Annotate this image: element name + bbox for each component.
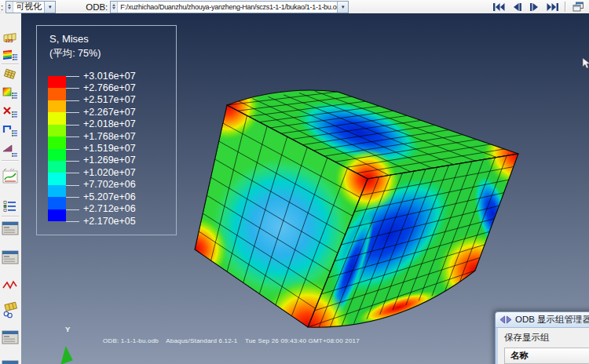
toolbox-button-3[interactable]: [2, 67, 19, 83]
numbered-grid-icon: 123: [2, 30, 18, 46]
legend-value: +5.207e+06: [83, 191, 136, 203]
legend-swatch: [48, 149, 66, 162]
spinner-icon[interactable]: [6, 2, 13, 13]
mouse-cursor-icon: [582, 58, 589, 69]
dialog-window-icon: [2, 330, 19, 344]
toolbox-button-1[interactable]: 123: [2, 29, 19, 46]
contour-options-icon: [2, 86, 18, 102]
dialog-title: ODB 显示组管理器: [515, 314, 589, 326]
dialog-window-icon: [2, 360, 19, 364]
toolbox-button-6[interactable]: [2, 123, 19, 140]
toolbox-sidebar: 123: [0, 13, 22, 364]
odb-path-value: F:/xuzhichao/Duanzhu/zhouya-yanzheng-Han…: [118, 3, 337, 11]
module-combo[interactable]: 可视化 ▼: [5, 1, 56, 13]
toolbox-separator: [2, 160, 19, 162]
previous-frame-icon: [511, 2, 522, 12]
display-group-list-icon: [2, 200, 18, 213]
legend-scale: +3.016e+07+2.766e+07+2.517e+07+2.267e+07…: [48, 76, 174, 229]
legend-swatch: [48, 125, 66, 137]
spinner-icon[interactable]: [111, 2, 118, 13]
next-frame-icon: [529, 2, 540, 12]
toolbox-button-7[interactable]: [2, 141, 19, 158]
contour-legend: S, Mises (平均: 75%) +3.016e+07+2.766e+07+…: [36, 25, 177, 235]
triad-arrow-icon: [57, 346, 76, 364]
toolbar-separator: [565, 2, 566, 12]
legend-value: +2.018e+07: [83, 118, 136, 130]
legend-swatch: [48, 136, 66, 149]
legend-tick: [66, 161, 79, 162]
legend-swatch: [48, 185, 66, 198]
name-column-header[interactable]: 名称: [504, 348, 589, 364]
svg-text:123: 123: [5, 37, 13, 42]
abaqus-viewer-window: : 可视化 ▼ ODB: F:/xuzhichao/Duanzhu/zhouya…: [0, 0, 589, 364]
toolbox-button-11[interactable]: [2, 249, 19, 265]
toolbox-separator: [2, 64, 19, 65]
chevron-down-icon[interactable]: ▼: [337, 2, 348, 13]
context-toolbar: : 可视化 ▼ ODB: F:/xuzhichao/Duanzhu/zhouya…: [0, 0, 589, 14]
first-frame-icon: [492, 2, 505, 12]
legend-swatch: [48, 112, 66, 125]
toolbox-button-13[interactable]: [2, 300, 19, 319]
legend-tick: [66, 76, 79, 77]
dialog-window-icon: [2, 250, 19, 264]
legend-tick: [66, 112, 79, 113]
legend-tick: [66, 136, 79, 137]
toolbox-button-10[interactable]: [2, 220, 19, 236]
xy-plot-icon: [2, 169, 18, 184]
next-frame-button[interactable]: [525, 0, 543, 13]
triad-y-label: Y: [65, 325, 70, 333]
odb-status-text: ODB: 1-1-1-bu.odb Abaqus/Standard 6.12-1…: [103, 337, 360, 344]
toolbox-button-12[interactable]: [2, 278, 19, 291]
legend-subtitle: (平均: 75%): [49, 47, 101, 60]
odb-label: ODB:: [86, 2, 108, 12]
odb-path-combo[interactable]: F:/xuzhichao/Duanzhu/zhouya-yanzheng-Han…: [110, 1, 349, 13]
last-frame-button[interactable]: [543, 0, 562, 13]
toolbox-separator: [2, 216, 19, 217]
ramp-options-icon: [2, 142, 18, 158]
dialog-titlebar[interactable]: ODB 显示组管理器: [496, 312, 589, 328]
dialog-window-icon: [2, 221, 19, 235]
legend-swatch: [48, 88, 66, 100]
spectrum-list-icon: [2, 47, 18, 63]
toolbox-button-5[interactable]: [2, 104, 19, 121]
legend-value: +1.768e+07: [83, 131, 136, 143]
legend-swatch: [48, 100, 66, 113]
odb-manager-icon: [500, 315, 511, 325]
legend-value: +2.712e+06: [83, 203, 136, 215]
odb-display-group-manager-dialog: ODB 显示组管理器 保存显示组 名称: [495, 311, 589, 364]
toolbox-button-15[interactable]: [2, 359, 19, 364]
legend-swatch: [48, 173, 66, 185]
previous-frame-button[interactable]: [507, 0, 525, 13]
legend-tick: [66, 197, 79, 198]
deformed-mesh-icon: [2, 67, 18, 83]
view-cut-options-icon: [2, 124, 18, 140]
first-frame-button[interactable]: [489, 0, 507, 13]
frame-navigation: [489, 0, 589, 13]
delete-result-icon: [2, 105, 18, 121]
legend-value: +2.267e+07: [83, 107, 136, 118]
legend-swatch: [48, 76, 66, 89]
chevron-down-icon[interactable]: ▼: [44, 2, 55, 13]
legend-tick: [66, 149, 79, 150]
legend-value: +7.702e+06: [83, 179, 136, 191]
legend-value: +2.766e+07: [83, 82, 136, 94]
legend-tick: [66, 125, 79, 126]
linked-viewports-button[interactable]: [569, 0, 587, 13]
legend-tick: [66, 100, 79, 101]
legend-value: +3.016e+07: [83, 71, 136, 82]
toolbox-button-8[interactable]: [2, 167, 19, 186]
legend-tick: [66, 185, 79, 186]
toolbox-button-9[interactable]: [2, 200, 19, 213]
viewport-canvas[interactable]: S, Mises (平均: 75%) +3.016e+07+2.766e+07+…: [21, 13, 589, 364]
legend-title: S, Mises: [49, 33, 89, 45]
legend-value: +2.170e+05: [83, 216, 136, 228]
dialog-body: 保存显示组 名称: [498, 328, 589, 364]
toolbox-button-14[interactable]: [2, 329, 19, 345]
toolbox-button-4[interactable]: [2, 86, 19, 102]
xy-data-icon: [2, 279, 18, 290]
toolbox-button-2[interactable]: [2, 46, 19, 63]
field-output-icon: [2, 301, 18, 318]
legend-swatch: [48, 209, 66, 222]
legend-value: +1.020e+07: [83, 167, 136, 179]
legend-value: +1.519e+07: [83, 143, 136, 155]
